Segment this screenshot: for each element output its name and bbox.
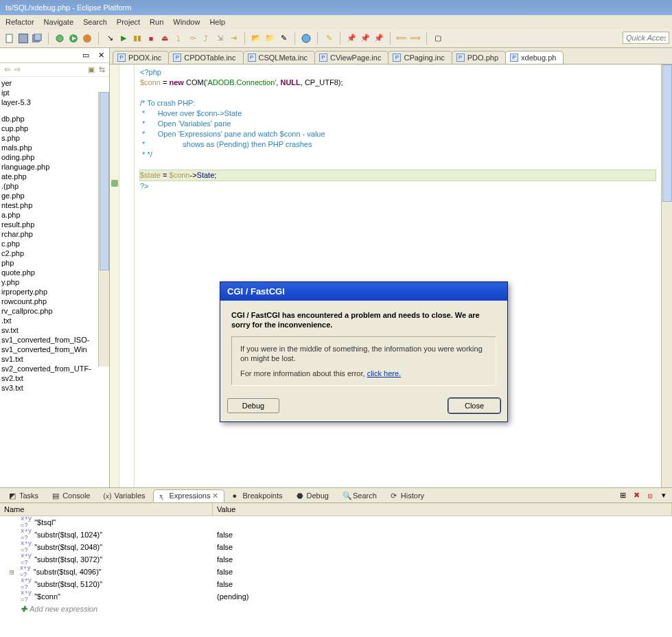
expression-row[interactable]: x+y=?"substr($tsql, 5120)"false (0, 578, 672, 590)
bug-icon[interactable] (54, 33, 65, 44)
expression-row[interactable]: x+y=?"substr($tsql, 2048)"false (0, 541, 672, 553)
highlight-icon[interactable]: ✎ (323, 33, 334, 44)
pin-icon[interactable]: 📌 (346, 33, 357, 44)
remove-icon[interactable]: ✖ (631, 490, 642, 501)
code-editor[interactable]: <?php $conn = new COM('ADODB.Connection'… (110, 65, 672, 487)
tree-file[interactable]: sv2.txt (0, 373, 109, 383)
folder-icon[interactable]: 📁 (264, 33, 275, 44)
editor-tab[interactable]: PPDOX.inc (113, 51, 169, 64)
menu-item[interactable]: Refactor (5, 18, 34, 26)
tree-file[interactable]: rlanguage.php (0, 162, 109, 172)
save-all-icon[interactable] (32, 33, 43, 44)
menu-item[interactable]: Project (117, 18, 140, 26)
tree-file[interactable]: a.php (0, 210, 109, 220)
menu-item[interactable]: Window (173, 18, 200, 26)
step-return-icon[interactable]: ⤴ (200, 33, 211, 44)
tree-file[interactable]: sv.txt (0, 325, 109, 335)
tree-file[interactable]: c.php (0, 239, 109, 248)
bottom-tab[interactable]: ⒳Variables (97, 489, 151, 502)
disconnect-icon[interactable]: ⏏ (159, 33, 170, 44)
tree-file[interactable]: sv1_converted_from_Win (0, 345, 109, 354)
breakpoint-marker[interactable] (111, 180, 118, 187)
expression-row[interactable]: x+y=?"substr($tsql, 3072)"false (0, 553, 672, 566)
bottom-tab[interactable]: ●Breakpoints (226, 489, 288, 502)
step-over-icon[interactable]: ⤼ (187, 33, 198, 44)
menu-item[interactable]: Run (150, 18, 163, 26)
wand-icon[interactable]: ✎ (278, 33, 289, 44)
expression-row[interactable]: ⊞x+y=?"substr($tsql, 4096)"false (0, 566, 672, 578)
step-filters-icon[interactable]: ⇥ (228, 33, 239, 44)
tree-file[interactable]: sv2_converted_from_UTF- (0, 364, 109, 373)
editor-tab[interactable]: PCSQLMeta.inc (243, 51, 316, 64)
tree-file[interactable]: sv1_converted_from_ISO- (0, 335, 109, 345)
scrollbar-thumb[interactable] (100, 92, 109, 270)
menu-icon[interactable]: ▾ (658, 490, 669, 501)
menu-item[interactable]: Search (83, 18, 107, 26)
tree-file[interactable]: result.php (0, 220, 109, 229)
click-here-link[interactable]: click here. (367, 369, 402, 378)
suspend-icon[interactable]: ▮▮ (132, 33, 143, 44)
new-icon[interactable] (4, 33, 15, 44)
globe-icon[interactable] (301, 33, 312, 44)
tree-file[interactable]: db.php (0, 114, 109, 124)
add-expression-row[interactable]: ✚ Add new expression (0, 603, 672, 615)
bottom-tab[interactable]: 🔍Search (336, 489, 383, 502)
editor-tab[interactable]: PCPDOTable.inc (168, 51, 243, 64)
pin2-icon[interactable]: 📌 (360, 33, 371, 44)
editor-tab[interactable]: PPDO.php (452, 51, 506, 64)
expression-row[interactable]: x+y=?"$conn"(pending) (0, 590, 672, 603)
bottom-tab[interactable]: ◩Tasks (3, 489, 45, 502)
tree-folder[interactable]: ipt (0, 88, 109, 97)
link-editor-icon[interactable]: ⇆ (99, 65, 105, 74)
resume-icon[interactable]: ▶ (118, 33, 129, 44)
tree-file[interactable]: .(php (0, 181, 109, 191)
perspective-icon[interactable]: ▢ (432, 33, 443, 44)
back-icon[interactable]: ⟸ (396, 33, 407, 44)
run-icon[interactable] (68, 33, 79, 44)
debug-button[interactable]: Debug (227, 398, 279, 413)
expand-icon[interactable]: ⊞ (10, 568, 14, 577)
tree-file[interactable]: cup.php (0, 124, 109, 133)
minimize-icon[interactable]: ▭ (80, 50, 91, 61)
drop-frame-icon[interactable]: ⇲ (214, 33, 225, 44)
bottom-tab[interactable]: ᶍExpressions ✕ (153, 489, 225, 502)
bottom-tab[interactable]: ⬣Debug (290, 489, 335, 502)
tree-file[interactable]: quote.php (0, 268, 109, 277)
close-button[interactable]: Close (448, 398, 500, 413)
tree-folder[interactable]: yer (0, 78, 109, 88)
expression-row[interactable]: x+y=?"$tsql" (0, 516, 672, 529)
file-tree[interactable]: yeriptlayer-5.3 db.phpcup.phps.phpmals.p… (0, 77, 109, 394)
editor-scrollbar[interactable] (661, 65, 672, 487)
bottom-tab[interactable]: ▤Console (46, 489, 96, 502)
tree-file[interactable]: .txt (0, 316, 109, 325)
pin3-icon[interactable]: 📌 (373, 33, 384, 44)
close-icon[interactable]: ✕ (95, 50, 106, 61)
skip-icon[interactable]: ↘ (104, 33, 115, 44)
tree-file[interactable]: ntest.php (0, 200, 109, 210)
back-arrow-icon[interactable]: ⇦ (4, 65, 10, 74)
fwd-arrow-icon[interactable]: ⇨ (14, 65, 21, 74)
remove-all-icon[interactable]: ⦻ (645, 490, 656, 501)
editor-tab[interactable]: PCViewPage.inc (314, 51, 389, 64)
open-type-icon[interactable]: 📂 (251, 33, 262, 44)
tree-file[interactable]: y.php (0, 277, 109, 287)
tree-file[interactable]: rowcount.php (0, 297, 109, 306)
menu-item[interactable]: Navigate (44, 18, 73, 26)
tree-file[interactable]: mals.php (0, 143, 109, 152)
menu-item[interactable]: Help (209, 18, 225, 26)
tree-file[interactable]: php (0, 258, 109, 268)
tree-file[interactable]: rchar.php (0, 229, 109, 239)
save-icon[interactable] (18, 33, 29, 44)
tree-file[interactable]: rv_callproc.php (0, 306, 109, 316)
tree-file[interactable]: ate.php (0, 172, 109, 181)
editor-tab[interactable]: Pxdebug.ph (505, 51, 564, 64)
quick-access-input[interactable] (623, 32, 669, 44)
expression-row[interactable]: x+y=?"substr($tsql, 1024)"false (0, 529, 672, 541)
bottom-tab[interactable]: ⟳History (384, 489, 430, 502)
tree-file[interactable]: s.php (0, 133, 109, 143)
tree-file[interactable]: irproperty.php (0, 287, 109, 297)
step-into-icon[interactable]: ⤵ (173, 33, 184, 44)
collapse-all-icon[interactable]: ▣ (88, 65, 95, 74)
terminate-icon[interactable]: ■ (146, 33, 157, 44)
close-icon[interactable]: ✕ (212, 491, 218, 500)
